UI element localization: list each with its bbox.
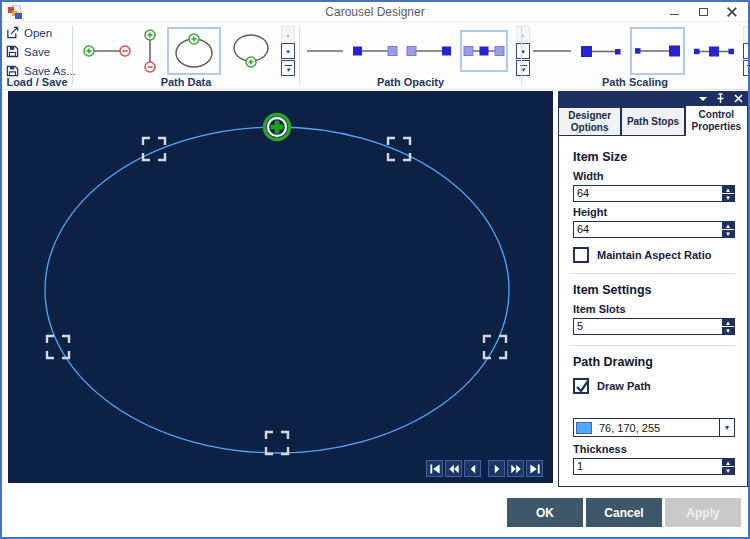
item-slot-left[interactable]: [47, 336, 69, 358]
tab-control-properties[interactable]: Control Properties: [686, 106, 747, 136]
opacity-preset-none[interactable]: [306, 45, 344, 57]
minimize-button[interactable]: [668, 6, 680, 18]
skip-last-icon: [530, 464, 540, 474]
fast-forward-button[interactable]: [507, 460, 524, 477]
path-preset-ellipse-bottom[interactable]: [230, 29, 272, 73]
item-settings-heading: Item Settings: [573, 283, 735, 297]
previous-button[interactable]: [464, 460, 481, 477]
item-size-heading: Item Size: [573, 150, 735, 164]
maintain-aspect-ratio-checkbox[interactable]: Maintain Aspect Ratio: [573, 247, 735, 263]
width-spinner: ▲ ▼: [721, 186, 734, 201]
section-divider: [571, 273, 735, 274]
path-preset-line-vertical[interactable]: [142, 28, 158, 74]
spin-up-icon[interactable]: ▲: [722, 319, 734, 327]
skip-first-button[interactable]: [426, 460, 443, 477]
item-slot-top-right[interactable]: [388, 138, 410, 160]
opacity-preset-fade-out[interactable]: [352, 45, 398, 57]
path-start-handle[interactable]: [265, 115, 290, 140]
maximize-button[interactable]: [697, 6, 709, 18]
height-value: 64: [577, 223, 589, 235]
spin-down-icon[interactable]: ▼: [722, 467, 734, 474]
group-path-opacity: ▴ ▾ ▾ Path Opacity: [300, 22, 521, 90]
tab-label: Path Stops: [627, 116, 679, 128]
panel-tab-strip: Designer Options Path Stops Control Prop…: [558, 106, 748, 136]
preview-media-bar: [424, 460, 543, 477]
carousel-designer-window: Carousel Designer Open: [0, 0, 750, 539]
item-slot-bottom[interactable]: [266, 432, 288, 454]
draw-path-label: Draw Path: [597, 380, 651, 392]
apply-button: Apply: [665, 498, 741, 527]
close-button[interactable]: [726, 6, 738, 18]
carousel-preview: [8, 91, 553, 483]
height-stepper[interactable]: 64 ▲ ▼: [573, 221, 735, 238]
tab-path-stops[interactable]: Path Stops: [622, 108, 683, 136]
play-button[interactable]: [488, 460, 505, 477]
path-preset-ellipse-top-selected[interactable]: [167, 27, 221, 75]
minimize-icon: [670, 14, 679, 15]
opacity-preset-fade-in[interactable]: [406, 45, 452, 57]
close-icon: [734, 94, 743, 103]
color-dropdown-button[interactable]: ▼: [719, 419, 734, 436]
fast-forward-icon: [511, 464, 521, 474]
path-preset-line-horizontal[interactable]: [81, 43, 133, 59]
panel-pin-button[interactable]: [716, 93, 725, 104]
thickness-stepper[interactable]: 1 ▲ ▼: [573, 458, 735, 475]
group-label-path-data: Path Data: [73, 76, 299, 88]
path-data-gallery-scrollbar: ▴ ▾ ▾: [281, 26, 295, 76]
gallery-scroll-up-icon[interactable]: ▴: [743, 26, 750, 42]
scaling-preset-grow-selected[interactable]: [630, 27, 685, 75]
gallery-scroll-down-icon[interactable]: ▾: [281, 43, 295, 59]
width-value: 64: [577, 187, 589, 199]
chevron-down-icon: [699, 97, 707, 101]
color-swatch: [576, 422, 592, 434]
scaling-preset-none[interactable]: [532, 45, 572, 57]
item-slots-stepper[interactable]: 5 ▲ ▼: [573, 318, 735, 335]
thickness-spinner: ▲ ▼: [721, 459, 734, 474]
ok-label: OK: [536, 506, 554, 520]
spin-down-icon[interactable]: ▼: [722, 230, 734, 237]
cancel-button[interactable]: Cancel: [586, 498, 662, 527]
save-icon: [6, 45, 19, 58]
width-stepper[interactable]: 64 ▲ ▼: [573, 185, 735, 202]
skip-last-button[interactable]: [526, 460, 543, 477]
path-scaling-gallery-scrollbar: ▴ ▾ ▾: [743, 26, 750, 76]
spin-up-icon[interactable]: ▲: [722, 459, 734, 467]
maintain-aspect-ratio-label: Maintain Aspect Ratio: [597, 249, 712, 261]
panel-close-button[interactable]: [734, 93, 743, 104]
checkbox-box: [573, 378, 589, 394]
item-slots-spinner: ▲ ▼: [721, 319, 734, 334]
group-label-path-scaling: Path Scaling: [522, 76, 748, 88]
scaling-preset-grow-center[interactable]: [693, 45, 735, 58]
control-properties-pane: Item Size Width 64 ▲ ▼ Height 64 ▲ ▼: [558, 136, 748, 487]
apply-label: Apply: [686, 506, 719, 520]
gallery-scroll-down-icon[interactable]: ▾: [743, 43, 750, 59]
tab-designer-options[interactable]: Designer Options: [559, 108, 620, 136]
save-button[interactable]: Save: [6, 43, 72, 60]
rewind-button[interactable]: [445, 460, 462, 477]
spin-up-icon[interactable]: ▲: [722, 222, 734, 230]
scaling-preset-shrink[interactable]: [580, 45, 622, 58]
checkbox-box: [573, 247, 589, 263]
thickness-label: Thickness: [573, 443, 735, 455]
ok-button[interactable]: OK: [507, 498, 583, 527]
item-slots-label: Item Slots: [573, 303, 735, 315]
opacity-preset-fade-center-selected[interactable]: [460, 30, 508, 72]
spin-down-icon[interactable]: ▼: [722, 327, 734, 334]
window-title: Carousel Designer: [2, 5, 748, 19]
height-spinner: ▲ ▼: [721, 222, 734, 237]
play-icon: [492, 464, 502, 474]
gallery-scroll-up-icon[interactable]: ▴: [281, 26, 295, 42]
design-canvas[interactable]: [8, 91, 553, 483]
group-label-load-save: Load / Save: [2, 76, 72, 88]
pin-icon: [716, 93, 725, 104]
gallery-expand-icon[interactable]: ▾: [281, 60, 295, 76]
panel-menu-button[interactable]: [699, 93, 707, 104]
path-color-picker[interactable]: 76, 170, 255 ▼: [573, 418, 735, 437]
draw-path-checkbox[interactable]: Draw Path: [573, 378, 735, 394]
gallery-expand-icon[interactable]: ▾: [743, 60, 750, 76]
group-path-scaling: ▴ ▾ ▾ Path Scaling: [522, 22, 748, 90]
spin-up-icon[interactable]: ▲: [722, 186, 734, 194]
group-label-path-opacity: Path Opacity: [300, 76, 521, 88]
spin-down-icon[interactable]: ▼: [722, 194, 734, 201]
open-button[interactable]: Open: [6, 24, 72, 41]
